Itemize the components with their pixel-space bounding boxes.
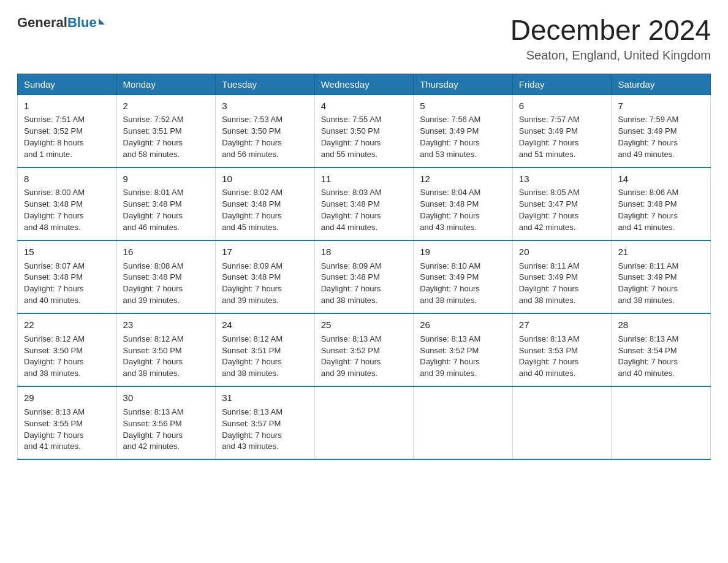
table-row: 10Sunrise: 8:02 AMSunset: 3:48 PMDayligh… (216, 167, 315, 240)
day-info: Sunrise: 7:51 AMSunset: 3:52 PMDaylight:… (24, 114, 110, 160)
day-number: 21 (618, 245, 704, 259)
day-info: Sunrise: 8:10 AMSunset: 3:49 PMDaylight:… (420, 261, 506, 307)
week-row-1: 1Sunrise: 7:51 AMSunset: 3:52 PMDaylight… (18, 94, 711, 167)
col-header-wednesday: Wednesday (314, 74, 414, 94)
table-row: 26Sunrise: 8:13 AMSunset: 3:52 PMDayligh… (414, 313, 513, 386)
week-row-4: 22Sunrise: 8:12 AMSunset: 3:50 PMDayligh… (18, 313, 711, 386)
day-number: 16 (123, 245, 210, 259)
day-number: 10 (222, 172, 308, 186)
day-info: Sunrise: 8:07 AMSunset: 3:48 PMDaylight:… (24, 261, 110, 307)
logo: General Blue (17, 15, 105, 31)
day-info: Sunrise: 8:02 AMSunset: 3:48 PMDaylight:… (222, 187, 308, 233)
table-row: 23Sunrise: 8:12 AMSunset: 3:50 PMDayligh… (116, 313, 216, 386)
table-row: 17Sunrise: 8:09 AMSunset: 3:48 PMDayligh… (216, 240, 315, 313)
day-number: 24 (222, 318, 308, 332)
day-number: 25 (321, 318, 408, 332)
day-info: Sunrise: 8:13 AMSunset: 3:52 PMDaylight:… (420, 334, 506, 380)
table-row: 9Sunrise: 8:01 AMSunset: 3:48 PMDaylight… (116, 167, 216, 240)
table-row: 28Sunrise: 8:13 AMSunset: 3:54 PMDayligh… (612, 313, 711, 386)
page-subtitle: Seaton, England, United Kingdom (510, 48, 711, 63)
day-info: Sunrise: 8:09 AMSunset: 3:48 PMDaylight:… (321, 261, 408, 307)
logo-area: General Blue (17, 15, 105, 31)
day-info: Sunrise: 8:09 AMSunset: 3:48 PMDaylight:… (222, 261, 308, 307)
day-info: Sunrise: 8:13 AMSunset: 3:54 PMDaylight:… (618, 334, 704, 380)
day-info: Sunrise: 7:57 AMSunset: 3:49 PMDaylight:… (519, 114, 605, 160)
day-number: 27 (519, 318, 605, 332)
day-number: 30 (123, 391, 210, 405)
day-info: Sunrise: 8:08 AMSunset: 3:48 PMDaylight:… (123, 261, 210, 307)
day-number: 1 (24, 99, 110, 113)
table-row: 31Sunrise: 8:13 AMSunset: 3:57 PMDayligh… (216, 386, 315, 459)
logo-triangle-icon (99, 18, 105, 25)
table-row: 8Sunrise: 8:00 AMSunset: 3:48 PMDaylight… (18, 167, 117, 240)
table-row: 29Sunrise: 8:13 AMSunset: 3:55 PMDayligh… (18, 386, 117, 459)
day-info: Sunrise: 8:12 AMSunset: 3:50 PMDaylight:… (123, 334, 210, 380)
day-number: 4 (321, 99, 408, 113)
table-row: 11Sunrise: 8:03 AMSunset: 3:48 PMDayligh… (314, 167, 414, 240)
day-number: 3 (222, 99, 308, 113)
table-row: 12Sunrise: 8:04 AMSunset: 3:48 PMDayligh… (414, 167, 513, 240)
day-info: Sunrise: 7:56 AMSunset: 3:49 PMDaylight:… (420, 114, 506, 160)
table-row: 16Sunrise: 8:08 AMSunset: 3:48 PMDayligh… (116, 240, 216, 313)
table-row: 18Sunrise: 8:09 AMSunset: 3:48 PMDayligh… (314, 240, 414, 313)
logo-blue-part: Blue (67, 15, 105, 31)
table-row: 5Sunrise: 7:56 AMSunset: 3:49 PMDaylight… (414, 94, 513, 167)
day-info: Sunrise: 8:11 AMSunset: 3:49 PMDaylight:… (519, 261, 605, 307)
week-row-5: 29Sunrise: 8:13 AMSunset: 3:55 PMDayligh… (18, 386, 711, 459)
day-number: 12 (420, 172, 506, 186)
table-row: 21Sunrise: 8:11 AMSunset: 3:49 PMDayligh… (612, 240, 711, 313)
day-number: 14 (618, 172, 704, 186)
day-number: 6 (519, 99, 605, 113)
table-row: 27Sunrise: 8:13 AMSunset: 3:53 PMDayligh… (512, 313, 612, 386)
table-row: 14Sunrise: 8:06 AMSunset: 3:48 PMDayligh… (612, 167, 711, 240)
col-header-thursday: Thursday (414, 74, 513, 94)
day-info: Sunrise: 8:13 AMSunset: 3:53 PMDaylight:… (519, 334, 605, 380)
day-info: Sunrise: 8:05 AMSunset: 3:47 PMDaylight:… (519, 187, 605, 233)
day-number: 19 (420, 245, 506, 259)
table-row: 20Sunrise: 8:11 AMSunset: 3:49 PMDayligh… (512, 240, 612, 313)
day-number: 17 (222, 245, 308, 259)
day-number: 20 (519, 245, 605, 259)
day-info: Sunrise: 8:13 AMSunset: 3:56 PMDaylight:… (123, 407, 210, 453)
day-number: 5 (420, 99, 506, 113)
day-info: Sunrise: 7:55 AMSunset: 3:50 PMDaylight:… (321, 114, 408, 160)
week-row-3: 15Sunrise: 8:07 AMSunset: 3:48 PMDayligh… (18, 240, 711, 313)
day-number: 11 (321, 172, 408, 186)
day-number: 7 (618, 99, 704, 113)
day-number: 31 (222, 391, 308, 405)
table-row: 25Sunrise: 8:13 AMSunset: 3:52 PMDayligh… (314, 313, 414, 386)
logo-general-text: General (17, 15, 67, 31)
day-info: Sunrise: 7:53 AMSunset: 3:50 PMDaylight:… (222, 114, 308, 160)
table-row (512, 386, 612, 459)
day-number: 22 (24, 318, 110, 332)
day-number: 2 (123, 99, 210, 113)
day-number: 8 (24, 172, 110, 186)
days-of-week-row: SundayMondayTuesdayWednesdayThursdayFrid… (18, 74, 711, 94)
day-info: Sunrise: 8:04 AMSunset: 3:48 PMDaylight:… (420, 187, 506, 233)
table-row: 1Sunrise: 7:51 AMSunset: 3:52 PMDaylight… (18, 94, 117, 167)
table-row: 22Sunrise: 8:12 AMSunset: 3:50 PMDayligh… (18, 313, 117, 386)
calendar-header: SundayMondayTuesdayWednesdayThursdayFrid… (18, 74, 711, 94)
day-number: 28 (618, 318, 704, 332)
day-info: Sunrise: 8:00 AMSunset: 3:48 PMDaylight:… (24, 187, 110, 233)
day-info: Sunrise: 8:11 AMSunset: 3:49 PMDaylight:… (618, 261, 704, 307)
day-number: 26 (420, 318, 506, 332)
day-number: 29 (24, 391, 110, 405)
table-row: 4Sunrise: 7:55 AMSunset: 3:50 PMDaylight… (314, 94, 414, 167)
page: General Blue December 2024 Seaton, Engla… (0, 0, 728, 477)
table-row: 24Sunrise: 8:12 AMSunset: 3:51 PMDayligh… (216, 313, 315, 386)
day-info: Sunrise: 8:03 AMSunset: 3:48 PMDaylight:… (321, 187, 408, 233)
table-row: 19Sunrise: 8:10 AMSunset: 3:49 PMDayligh… (414, 240, 513, 313)
logo-blue-text: Blue (67, 15, 97, 31)
table-row: 15Sunrise: 8:07 AMSunset: 3:48 PMDayligh… (18, 240, 117, 313)
calendar-body: 1Sunrise: 7:51 AMSunset: 3:52 PMDaylight… (18, 94, 711, 459)
day-number: 15 (24, 245, 110, 259)
table-row (414, 386, 513, 459)
col-header-sunday: Sunday (18, 74, 117, 94)
table-row (314, 386, 414, 459)
day-info: Sunrise: 8:01 AMSunset: 3:48 PMDaylight:… (123, 187, 210, 233)
day-number: 9 (123, 172, 210, 186)
table-row: 6Sunrise: 7:57 AMSunset: 3:49 PMDaylight… (512, 94, 612, 167)
day-number: 23 (123, 318, 210, 332)
title-area: December 2024 Seaton, England, United Ki… (510, 15, 711, 63)
